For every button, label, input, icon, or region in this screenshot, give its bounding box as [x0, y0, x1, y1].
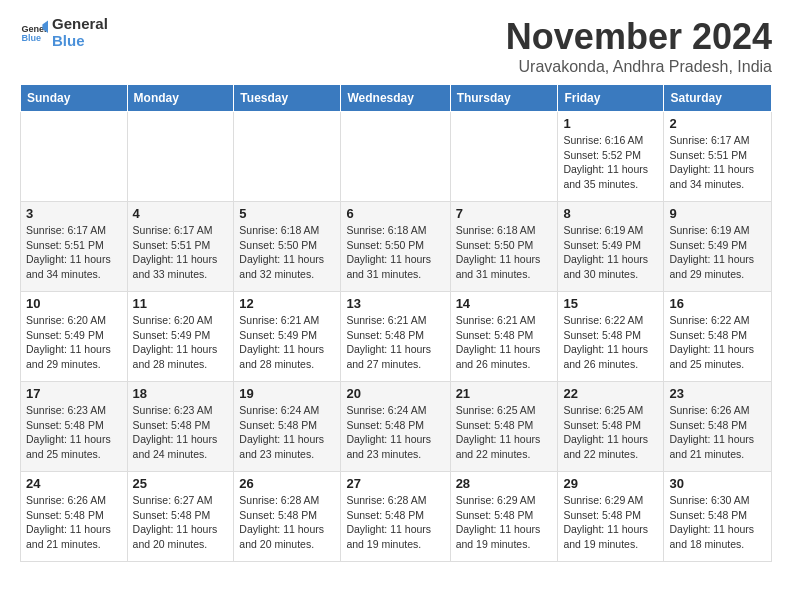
day-cell: 24Sunrise: 6:26 AMSunset: 5:48 PMDayligh…	[21, 472, 128, 562]
day-info: Sunrise: 6:28 AMSunset: 5:48 PMDaylight:…	[239, 493, 335, 552]
day-number: 23	[669, 386, 766, 401]
day-number: 13	[346, 296, 444, 311]
day-info: Sunrise: 6:21 AMSunset: 5:49 PMDaylight:…	[239, 313, 335, 372]
day-number: 18	[133, 386, 229, 401]
title-block: November 2024 Uravakonda, Andhra Pradesh…	[506, 16, 772, 76]
svg-text:Blue: Blue	[21, 33, 41, 43]
day-number: 14	[456, 296, 553, 311]
day-cell: 26Sunrise: 6:28 AMSunset: 5:48 PMDayligh…	[234, 472, 341, 562]
day-cell: 7Sunrise: 6:18 AMSunset: 5:50 PMDaylight…	[450, 202, 558, 292]
day-cell	[21, 112, 128, 202]
day-number: 17	[26, 386, 122, 401]
day-number: 5	[239, 206, 335, 221]
day-cell: 4Sunrise: 6:17 AMSunset: 5:51 PMDaylight…	[127, 202, 234, 292]
day-info: Sunrise: 6:30 AMSunset: 5:48 PMDaylight:…	[669, 493, 766, 552]
weekday-header-tuesday: Tuesday	[234, 85, 341, 112]
day-info: Sunrise: 6:25 AMSunset: 5:48 PMDaylight:…	[563, 403, 658, 462]
day-cell	[234, 112, 341, 202]
day-cell: 2Sunrise: 6:17 AMSunset: 5:51 PMDaylight…	[664, 112, 772, 202]
day-number: 16	[669, 296, 766, 311]
header: General Blue General Blue November 2024 …	[20, 16, 772, 76]
day-info: Sunrise: 6:26 AMSunset: 5:48 PMDaylight:…	[26, 493, 122, 552]
day-number: 8	[563, 206, 658, 221]
day-info: Sunrise: 6:18 AMSunset: 5:50 PMDaylight:…	[456, 223, 553, 282]
day-cell: 28Sunrise: 6:29 AMSunset: 5:48 PMDayligh…	[450, 472, 558, 562]
day-info: Sunrise: 6:25 AMSunset: 5:48 PMDaylight:…	[456, 403, 553, 462]
day-info: Sunrise: 6:20 AMSunset: 5:49 PMDaylight:…	[26, 313, 122, 372]
day-cell: 23Sunrise: 6:26 AMSunset: 5:48 PMDayligh…	[664, 382, 772, 472]
day-cell: 19Sunrise: 6:24 AMSunset: 5:48 PMDayligh…	[234, 382, 341, 472]
day-cell: 14Sunrise: 6:21 AMSunset: 5:48 PMDayligh…	[450, 292, 558, 382]
weekday-header-saturday: Saturday	[664, 85, 772, 112]
day-number: 24	[26, 476, 122, 491]
month-title: November 2024	[506, 16, 772, 58]
day-info: Sunrise: 6:18 AMSunset: 5:50 PMDaylight:…	[239, 223, 335, 282]
week-row-4: 17Sunrise: 6:23 AMSunset: 5:48 PMDayligh…	[21, 382, 772, 472]
day-cell: 10Sunrise: 6:20 AMSunset: 5:49 PMDayligh…	[21, 292, 128, 382]
weekday-header-friday: Friday	[558, 85, 664, 112]
day-info: Sunrise: 6:17 AMSunset: 5:51 PMDaylight:…	[669, 133, 766, 192]
weekday-header-thursday: Thursday	[450, 85, 558, 112]
day-number: 29	[563, 476, 658, 491]
day-info: Sunrise: 6:22 AMSunset: 5:48 PMDaylight:…	[563, 313, 658, 372]
logo-blue: Blue	[52, 33, 108, 50]
day-number: 20	[346, 386, 444, 401]
day-number: 19	[239, 386, 335, 401]
day-cell: 22Sunrise: 6:25 AMSunset: 5:48 PMDayligh…	[558, 382, 664, 472]
day-cell: 17Sunrise: 6:23 AMSunset: 5:48 PMDayligh…	[21, 382, 128, 472]
day-info: Sunrise: 6:28 AMSunset: 5:48 PMDaylight:…	[346, 493, 444, 552]
week-row-3: 10Sunrise: 6:20 AMSunset: 5:49 PMDayligh…	[21, 292, 772, 382]
day-info: Sunrise: 6:27 AMSunset: 5:48 PMDaylight:…	[133, 493, 229, 552]
day-number: 2	[669, 116, 766, 131]
weekday-header-sunday: Sunday	[21, 85, 128, 112]
day-cell: 1Sunrise: 6:16 AMSunset: 5:52 PMDaylight…	[558, 112, 664, 202]
day-number: 10	[26, 296, 122, 311]
day-cell: 30Sunrise: 6:30 AMSunset: 5:48 PMDayligh…	[664, 472, 772, 562]
day-info: Sunrise: 6:19 AMSunset: 5:49 PMDaylight:…	[563, 223, 658, 282]
day-cell: 11Sunrise: 6:20 AMSunset: 5:49 PMDayligh…	[127, 292, 234, 382]
day-cell: 13Sunrise: 6:21 AMSunset: 5:48 PMDayligh…	[341, 292, 450, 382]
day-info: Sunrise: 6:21 AMSunset: 5:48 PMDaylight:…	[346, 313, 444, 372]
day-cell: 25Sunrise: 6:27 AMSunset: 5:48 PMDayligh…	[127, 472, 234, 562]
day-number: 7	[456, 206, 553, 221]
day-number: 9	[669, 206, 766, 221]
day-number: 22	[563, 386, 658, 401]
day-number: 15	[563, 296, 658, 311]
week-row-2: 3Sunrise: 6:17 AMSunset: 5:51 PMDaylight…	[21, 202, 772, 292]
day-number: 3	[26, 206, 122, 221]
day-info: Sunrise: 6:20 AMSunset: 5:49 PMDaylight:…	[133, 313, 229, 372]
logo: General Blue General Blue	[20, 16, 108, 49]
weekday-header-wednesday: Wednesday	[341, 85, 450, 112]
day-cell: 16Sunrise: 6:22 AMSunset: 5:48 PMDayligh…	[664, 292, 772, 382]
day-info: Sunrise: 6:26 AMSunset: 5:48 PMDaylight:…	[669, 403, 766, 462]
day-number: 4	[133, 206, 229, 221]
day-cell: 20Sunrise: 6:24 AMSunset: 5:48 PMDayligh…	[341, 382, 450, 472]
day-cell: 29Sunrise: 6:29 AMSunset: 5:48 PMDayligh…	[558, 472, 664, 562]
day-number: 30	[669, 476, 766, 491]
day-info: Sunrise: 6:18 AMSunset: 5:50 PMDaylight:…	[346, 223, 444, 282]
week-row-1: 1Sunrise: 6:16 AMSunset: 5:52 PMDaylight…	[21, 112, 772, 202]
day-cell: 21Sunrise: 6:25 AMSunset: 5:48 PMDayligh…	[450, 382, 558, 472]
day-cell: 12Sunrise: 6:21 AMSunset: 5:49 PMDayligh…	[234, 292, 341, 382]
day-number: 6	[346, 206, 444, 221]
day-number: 11	[133, 296, 229, 311]
day-cell: 27Sunrise: 6:28 AMSunset: 5:48 PMDayligh…	[341, 472, 450, 562]
weekday-header-monday: Monday	[127, 85, 234, 112]
day-info: Sunrise: 6:21 AMSunset: 5:48 PMDaylight:…	[456, 313, 553, 372]
day-cell	[127, 112, 234, 202]
day-cell: 8Sunrise: 6:19 AMSunset: 5:49 PMDaylight…	[558, 202, 664, 292]
day-info: Sunrise: 6:24 AMSunset: 5:48 PMDaylight:…	[346, 403, 444, 462]
day-number: 25	[133, 476, 229, 491]
day-cell: 6Sunrise: 6:18 AMSunset: 5:50 PMDaylight…	[341, 202, 450, 292]
location-title: Uravakonda, Andhra Pradesh, India	[506, 58, 772, 76]
logo-general: General	[52, 16, 108, 33]
day-cell: 9Sunrise: 6:19 AMSunset: 5:49 PMDaylight…	[664, 202, 772, 292]
day-cell: 15Sunrise: 6:22 AMSunset: 5:48 PMDayligh…	[558, 292, 664, 382]
weekday-header-row: SundayMondayTuesdayWednesdayThursdayFrid…	[21, 85, 772, 112]
day-info: Sunrise: 6:16 AMSunset: 5:52 PMDaylight:…	[563, 133, 658, 192]
day-info: Sunrise: 6:29 AMSunset: 5:48 PMDaylight:…	[456, 493, 553, 552]
week-row-5: 24Sunrise: 6:26 AMSunset: 5:48 PMDayligh…	[21, 472, 772, 562]
day-info: Sunrise: 6:23 AMSunset: 5:48 PMDaylight:…	[133, 403, 229, 462]
day-number: 12	[239, 296, 335, 311]
calendar-table: SundayMondayTuesdayWednesdayThursdayFrid…	[20, 84, 772, 562]
